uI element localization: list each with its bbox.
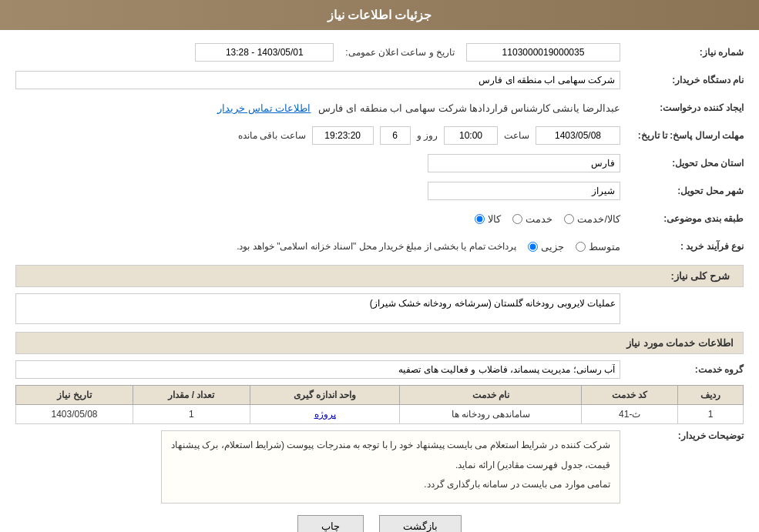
buyers-desc-label: توضیحات خریدار: [620, 430, 744, 441]
buyer-name-label: نام دستگاه خریدار: [620, 75, 744, 85]
deadline-remaining-label: ساعت باقی مانده [238, 130, 306, 141]
deadline-time-input[interactable] [444, 126, 498, 145]
category-row: طبقه بندی موضوعی: کالا/خدمت خدمت کالا [15, 208, 744, 229]
category-option-khedmat[interactable]: خدمت [512, 213, 552, 225]
creator-row: ایجاد کننده درخواست: عبدالرضا یانشی کارش… [15, 97, 744, 119]
buyer-name-value [15, 71, 620, 89]
category-kala-khedmat-text: کالا/خدمت [577, 213, 620, 225]
buyers-note-line1: شرکت کننده در شرایط استعلام می بایست پیش… [171, 437, 610, 454]
buyer-name-input[interactable] [15, 71, 620, 89]
creator-link[interactable]: اطلاعات تماس خریدار [217, 102, 311, 114]
creator-value: عبدالرضا یانشی کارشناس قراردادها شرکت سه… [15, 102, 620, 114]
table-header: ردیف کد خدمت نام خدمت واحد اندازه گیری ت… [16, 386, 744, 405]
category-option-kala-khedmat[interactable]: کالا/خدمت [564, 213, 620, 225]
buyers-desc-row: توضیحات خریدار: شرکت کننده در شرایط استع… [15, 430, 744, 504]
need-number-row: شماره نیاز: تاریخ و ساعت اعلان عمومی: [15, 42, 744, 63]
need-number-label: شماره نیاز: [620, 47, 744, 58]
table-cell: ث-41 [582, 405, 678, 424]
need-number-input[interactable] [466, 43, 620, 62]
back-button[interactable]: بازگشت [379, 515, 462, 532]
content-area: شماره نیاز: تاریخ و ساعت اعلان عمومی: نا… [0, 30, 759, 532]
creator-label: ایجاد کننده درخواست: [620, 102, 744, 113]
col-date: تاریخ نیاز [16, 386, 133, 405]
table-cell: 1 [133, 405, 250, 424]
services-section-header: اطلاعات خدمات مورد نیاز [15, 332, 744, 354]
buyers-note-box: شرکت کننده در شرایط استعلام می بایست پیش… [161, 430, 620, 504]
category-radio-kala[interactable] [475, 214, 485, 224]
col-service-code: کد خدمت [582, 386, 678, 405]
need-desc-row: عملیات لایروبی رودخانه گلستان (سرشاخه رو… [15, 293, 744, 324]
deadline-days-input[interactable] [380, 126, 411, 145]
buyers-note-line3: تمامی موارد می بایست در سامانه بارگذاری … [171, 477, 610, 494]
services-table: ردیف کد خدمت نام خدمت واحد اندازه گیری ت… [15, 385, 744, 424]
service-group-label: گروه خدمت: [620, 364, 744, 375]
purchase-radio-partial[interactable] [528, 242, 538, 252]
city-input[interactable] [428, 182, 620, 200]
services-section-title: اطلاعات خدمات مورد نیاز [626, 337, 734, 349]
deadline-value: ساعت روز و ساعت باقی مانده [15, 126, 620, 145]
table-body: 1ث-41ساماندهی رودخانه هاپروژه11403/05/08 [16, 405, 744, 424]
creator-name: عبدالرضا یانشی کارشناس قراردادها شرکت سه… [318, 102, 620, 114]
service-group-row: گروه خدمت: [15, 360, 744, 379]
table-cell[interactable]: پروژه [250, 405, 400, 424]
category-label: طبقه بندی موضوعی: [620, 213, 744, 224]
footer-buttons: بازگشت چاپ [15, 515, 744, 532]
province-row: استان محل تحویل: [15, 152, 744, 174]
service-group-input[interactable] [15, 360, 620, 379]
purchase-note: پرداخت تمام یا بخشی از مبلغ خریدار محل "… [237, 241, 516, 252]
announce-date-label: تاریخ و ساعت اعلان عمومی: [345, 47, 455, 58]
need-desc-section-header: شرح کلی نیاز: [15, 265, 744, 287]
category-option-kala[interactable]: کالا [475, 213, 501, 225]
need-desc-value: عملیات لایروبی رودخانه گلستان (سرشاخه رو… [15, 293, 620, 324]
page-header: جزئیات اطلاعات نیاز [0, 0, 759, 30]
table-cell: 1403/05/08 [16, 405, 133, 424]
buyer-name-row: نام دستگاه خریدار: [15, 69, 744, 91]
col-unit: واحد اندازه گیری [250, 386, 400, 405]
city-row: شهر محل تحویل: [15, 180, 744, 202]
table-cell: ساماندهی رودخانه ها [400, 405, 582, 424]
purchase-radio-medium[interactable] [576, 242, 586, 252]
purchase-medium-text: متوسط [589, 241, 620, 253]
col-service-name: نام خدمت [400, 386, 582, 405]
category-khedmat-text: خدمت [526, 213, 552, 225]
need-number-value: تاریخ و ساعت اعلان عمومی: [15, 43, 620, 62]
purchase-medium-option[interactable]: متوسط [576, 241, 620, 253]
deadline-date-input[interactable] [536, 126, 620, 145]
deadline-label: مهلت ارسال پاسخ: تا تاریخ: [620, 130, 744, 141]
purchase-partial-option[interactable]: جزیی [528, 241, 564, 253]
need-desc-textarea[interactable]: عملیات لایروبی رودخانه گلستان (سرشاخه رو… [15, 293, 620, 324]
deadline-remaining-input[interactable] [312, 126, 374, 145]
city-value [15, 182, 620, 200]
print-button[interactable]: چاپ [297, 515, 364, 532]
service-group-value [15, 360, 620, 379]
table-cell: 1 [678, 405, 744, 424]
province-input[interactable] [428, 154, 620, 172]
buyers-note-line2: قیمت، جدول فهرست مقادیر) ارائه نماید. [171, 457, 610, 474]
city-label: شهر محل تحویل: [620, 186, 744, 196]
category-radio-kala-khedmat[interactable] [564, 214, 574, 224]
purchase-type-label: نوع فرآیند خرید : [620, 241, 744, 252]
deadline-row: مهلت ارسال پاسخ: تا تاریخ: ساعت روز و سا… [15, 125, 744, 146]
deadline-time-label: ساعت [504, 130, 529, 141]
category-kala-text: کالا [488, 213, 501, 225]
col-rownum: ردیف [678, 386, 744, 405]
need-desc-label: شرح کلی نیاز: [670, 270, 730, 282]
purchase-type-row: نوع فرآیند خرید : متوسط جزیی پرداخت تمام… [15, 236, 744, 257]
col-quantity: تعداد / مقدار [133, 386, 250, 405]
purchase-type-value: متوسط جزیی پرداخت تمام یا بخشی از مبلغ خ… [15, 241, 620, 253]
buyers-desc-value: شرکت کننده در شرایط استعلام می بایست پیش… [15, 430, 620, 504]
deadline-days-label: روز و [417, 130, 438, 141]
page-title: جزئیات اطلاعات نیاز [327, 8, 432, 22]
category-radio-khedmat[interactable] [512, 214, 522, 224]
purchase-partial-text: جزیی [541, 241, 564, 253]
province-value [15, 154, 620, 172]
announce-date-input[interactable] [195, 43, 334, 62]
page-container: جزئیات اطلاعات نیاز شماره نیاز: تاریخ و … [0, 0, 759, 532]
table-row: 1ث-41ساماندهی رودخانه هاپروژه11403/05/08 [16, 405, 744, 424]
province-label: استان محل تحویل: [620, 158, 744, 169]
table-header-row: ردیف کد خدمت نام خدمت واحد اندازه گیری ت… [16, 386, 744, 405]
category-value: کالا/خدمت خدمت کالا [15, 213, 620, 225]
